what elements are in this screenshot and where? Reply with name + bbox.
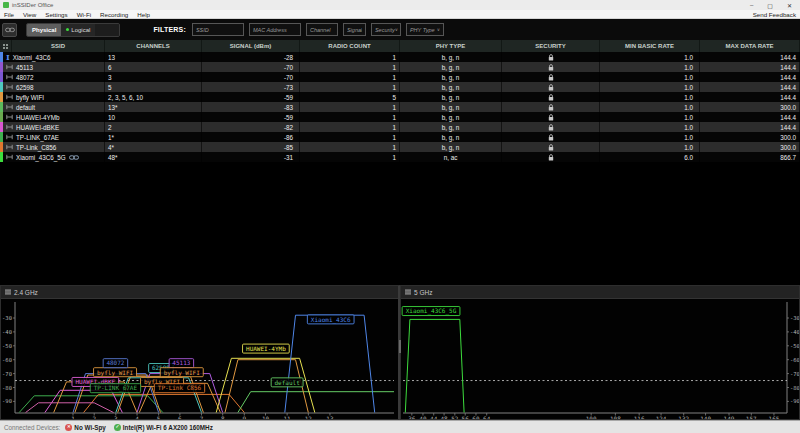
network-color-strip [0,62,3,72]
filter-select-phy-type[interactable]: PHY Type∨ [406,23,444,36]
network-color-strip [0,142,3,152]
cell-radio-count: 1 [300,122,400,132]
green-dot-icon [66,28,69,31]
band-panel-5ghz-header[interactable]: 5 GHz [401,286,799,299]
svg-text:140: 140 [700,415,711,419]
column-header-ssid[interactable]: SSID [12,40,105,52]
svg-text:Xiaomi_43C6: Xiaomi_43C6 [311,316,351,324]
menu-item-view[interactable]: View [23,11,36,18]
table-row[interactable]: TP-LINK_67AE1*-861b, g, n1.0300.0 [0,132,800,142]
svg-text:44: 44 [430,415,438,419]
svg-text:-60: -60 [790,357,799,363]
chevron-down-icon: ∨ [395,27,398,32]
close-button[interactable]: ✕ [787,2,792,9]
access-point-icon [6,94,13,100]
svg-text:5: 5 [157,415,161,419]
toggle-disabled-segment [95,24,119,36]
table-row[interactable]: HUAWEI-dBKE2-821b, g, n1.0144.4 [0,122,800,132]
maximize-button[interactable]: ▢ [767,2,773,9]
column-header-security[interactable]: SECURITY [502,40,600,52]
menu-item-file[interactable]: File [4,11,14,18]
cell-signal: -70 [202,62,300,72]
filters-label: FILTERS: [153,26,186,33]
access-point-icon [6,154,13,160]
svg-text:149: 149 [724,415,735,419]
band-panel-24ghz-header[interactable]: 2.4 GHz [1,286,398,299]
svg-text:124: 124 [656,415,667,419]
cell-signal: -70 [202,72,300,82]
cell-max-data-rate: 144.4 [700,82,800,92]
svg-text:60: 60 [472,415,480,419]
cell-security [502,52,600,62]
table-row[interactable]: 451136-701b, g, n1.0144.4 [0,62,800,72]
svg-text:1: 1 [71,415,75,419]
lock-icon [548,64,554,71]
view-mode-toggle: Physical Logical [26,23,120,37]
cell-phy-type: b, g, n [400,62,502,72]
cell-phy-type: b, g, n [400,82,502,92]
table-row[interactable]: 625985-731b, g, n1.0144.4 [0,82,800,92]
network-color-strip [0,102,3,112]
svg-text:157: 157 [746,415,757,419]
cell-signal: -59 [202,112,300,122]
filter-input-ssid[interactable] [192,23,244,36]
table-row[interactable]: TP-Link_C8564*-851b, g, n1.0300.0 [0,142,800,152]
band-panel-24ghz: 2.4 GHz -30-40-50-60-70-80-9012345678910… [0,285,400,420]
cell-phy-type: b, g, n [400,72,502,82]
cell-channels: 2, 3, 5, 6, 10 [105,92,202,102]
table-row[interactable]: Xiaomi_43C6_5G48*-311n, ac6.0866.7 [0,152,800,162]
column-header-phy-type[interactable]: PHY TYPE [400,40,502,52]
menu-item-help[interactable]: Help [137,11,150,18]
table-row[interactable]: 480723-701b, g, n1.0144.4 [0,72,800,82]
cell-signal: -82 [202,122,300,132]
column-header-signal-dbm-[interactable]: SIGNAL (dBm) [202,40,300,52]
column-header-max-data-rate[interactable]: MAX DATA RATE [700,40,800,52]
cell-radio-count: 1 [300,62,400,72]
cell-min-basic-rate: 6.0 [600,152,700,162]
cell-security [502,102,600,112]
filter-input-signal[interactable] [343,23,366,36]
filter-select-security[interactable]: Security∨ [371,23,401,36]
minimize-button[interactable]: – [750,2,753,9]
ssid-label: HUAWEI-4YMb [16,114,60,121]
menu-item-recording[interactable]: Recording [100,11,128,18]
svg-text:13: 13 [326,415,334,419]
svg-text:100: 100 [586,415,597,419]
access-point-icon [6,74,13,80]
svg-text:165: 165 [769,415,780,419]
network-color-strip [0,122,3,132]
menu-item-settings[interactable]: Settings [45,11,67,18]
send-feedback-link[interactable]: Send Feedback [753,11,796,18]
svg-text:12: 12 [305,415,313,419]
table-row[interactable]: default13*-831b, g, n1.0300.0 [0,102,800,112]
cell-signal: -83 [202,102,300,112]
lock-icon [548,54,554,61]
toggle-logical[interactable]: Logical [61,24,95,36]
ssid-label: default [16,104,35,111]
network-color-strip [0,92,3,102]
link-toggle-button[interactable] [2,23,17,37]
cell-security [502,112,600,122]
lock-icon [548,144,554,151]
column-header-radio-count[interactable]: RADIO COUNT [300,40,400,52]
lock-icon [548,84,554,91]
column-header-channels[interactable]: CHANNELS [105,40,202,52]
column-header-min-basic-rate[interactable]: MIN BASIC RATE [600,40,700,52]
cell-channels: 3 [105,72,202,82]
cell-max-data-rate: 144.4 [700,52,800,62]
cell-channels: 2 [105,122,202,132]
table-row[interactable]: IXiaomi_43C613-281b, g, n1.0144.4 [0,52,800,62]
title-bar: inSSIDer Office – ▢ ✕ [0,0,800,10]
svg-text:132: 132 [678,415,689,419]
filter-input-mac-address[interactable] [249,23,301,36]
cell-min-basic-rate: 1.0 [600,142,700,152]
svg-text:byfly WIFI: byfly WIFI [97,369,134,377]
device-name: No Wi-Spy [74,424,105,431]
table-row[interactable]: HUAWEI-4YMb10-591b, g, n1.0144.4 [0,112,800,122]
toggle-physical[interactable]: Physical [27,24,61,36]
table-row[interactable]: byfly WIFI2, 3, 5, 6, 10-595b, g, n1.014… [0,92,800,102]
lock-icon [548,134,554,141]
filter-input-channel[interactable] [306,23,338,36]
menu-item-wi-fi[interactable]: Wi-Fi [77,11,91,18]
ssid-label: 62598 [16,84,34,91]
